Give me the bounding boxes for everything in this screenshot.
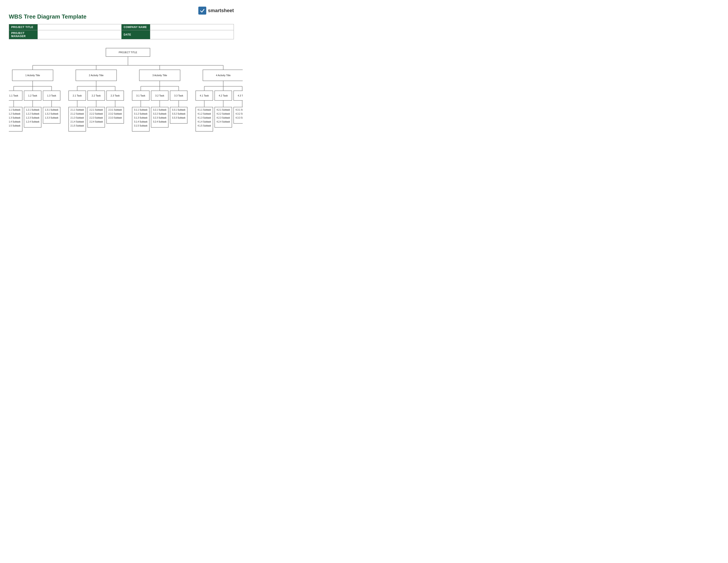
svg-text:4.2.4 Subtask: 4.2.4 Subtask [216,120,230,123]
svg-text:1.2 Task: 1.2 Task [28,94,37,97]
svg-text:1.2.1 Subtask: 1.2.1 Subtask [26,109,39,111]
svg-text:2.2.3 Subtask: 2.2.3 Subtask [89,117,103,119]
svg-text:3.2.1 Subtask: 3.2.1 Subtask [153,109,167,111]
company-name-value[interactable] [150,24,234,30]
svg-text:4.1.2 Subtask: 4.1.2 Subtask [197,113,211,115]
svg-text:2.1.5 Subtask: 2.1.5 Subtask [70,124,84,127]
svg-text:PROJECT TITLE: PROJECT TITLE [119,51,137,54]
page-title: WBS Tree Diagram Template [9,13,86,20]
svg-text:1.2.2 Subtask: 1.2.2 Subtask [26,113,39,115]
svg-text:2.1.1 Subtask: 2.1.1 Subtask [70,109,84,111]
svg-text:3.3.3 Subtask: 3.3.3 Subtask [172,117,186,119]
date-label: DATE [121,30,150,39]
svg-text:3.3.2 Subtask: 3.3.2 Subtask [172,113,186,115]
logo-text: smartsheet [208,8,234,13]
project-manager-label: PROJECT MANAGER [9,30,38,39]
svg-text:2.2 Task: 2.2 Task [92,94,101,97]
svg-text:4.1 Task: 4.1 Task [200,94,209,97]
project-title-label: PROJECT TITLE [9,24,38,30]
svg-text:2.2.2 Subtask: 2.2.2 Subtask [89,113,103,115]
svg-text:3.3.1 Subtask: 3.3.1 Subtask [172,109,186,111]
svg-text:1.1.5 Subtask: 1.1.5 Subtask [9,124,21,127]
svg-text:3.1.3 Subtask: 3.1.3 Subtask [134,117,148,119]
svg-text:3.2 Task: 3.2 Task [155,94,164,97]
svg-text:2.3.3 Subtask: 2.3.3 Subtask [108,117,122,119]
svg-text:2.1.3 Subtask: 2.1.3 Subtask [70,117,84,119]
svg-text:4.2 Task: 4.2 Task [219,94,228,97]
svg-text:4.2.1 Subtask: 4.2.1 Subtask [216,109,230,111]
project-title-value[interactable] [38,24,122,30]
svg-text:3.1 Task: 3.1 Task [136,94,145,97]
svg-text:4.3.1 Subtask: 4.3.1 Subtask [235,109,243,111]
svg-text:3.1.2 Subtask: 3.1.2 Subtask [134,113,148,115]
svg-text:4.1.3 Subtask: 4.1.3 Subtask [197,117,211,119]
svg-text:4.2.2 Subtask: 4.2.2 Subtask [216,113,230,115]
svg-text:1.1 Task: 1.1 Task [9,94,18,97]
svg-text:1 Activity Title: 1 Activity Title [25,74,40,77]
svg-text:3.2.2 Subtask: 3.2.2 Subtask [153,113,167,115]
svg-text:1.3 Task: 1.3 Task [47,94,56,97]
wbs-tree: .wbs-text { font-family: Arial, sans-ser… [9,46,234,136]
svg-text:4.1.1 Subtask: 4.1.1 Subtask [197,109,211,111]
logo-smart: smart [208,8,221,13]
svg-text:2.3.2 Subtask: 2.3.2 Subtask [108,113,122,115]
project-manager-value[interactable] [38,30,122,39]
svg-text:3 Activity Title: 3 Activity Title [152,74,167,77]
svg-text:1.1.4 Subtask: 1.1.4 Subtask [9,120,21,123]
svg-text:1.3.3 Subtask: 1.3.3 Subtask [45,117,58,119]
svg-text:3.1.5 Subtask: 3.1.5 Subtask [134,124,148,127]
svg-text:4 Activity Title: 4 Activity Title [216,74,231,77]
svg-text:2.2.1 Subtask: 2.2.1 Subtask [89,109,103,111]
svg-text:3.3 Task: 3.3 Task [174,94,183,97]
svg-text:1.1.3 Subtask: 1.1.3 Subtask [9,117,21,119]
svg-text:3.1.1 Subtask: 3.1.1 Subtask [134,109,148,111]
svg-text:1.3.2 Subtask: 1.3.2 Subtask [45,113,58,115]
company-name-label: COMPANY NAME [121,24,150,30]
svg-text:2.1 Task: 2.1 Task [73,94,82,97]
svg-text:1.1.1 Subtask: 1.1.1 Subtask [9,109,21,111]
info-table: PROJECT TITLE COMPANY NAME PROJECT MANAG… [9,24,234,39]
svg-text:2 Activity Title: 2 Activity Title [89,74,104,77]
svg-text:1.3.1 Subtask: 1.3.1 Subtask [45,109,58,111]
svg-text:1.2.3 Subtask: 1.2.3 Subtask [26,117,39,119]
svg-text:2.2.4 Subtask: 2.2.4 Subtask [89,120,103,123]
svg-text:3.2.4 Subtask: 3.2.4 Subtask [153,120,167,123]
svg-text:4.2.3 Subtask: 4.2.3 Subtask [216,117,230,119]
svg-text:1.2.4 Subtask: 1.2.4 Subtask [26,120,39,123]
svg-text:4.3 Task: 4.3 Task [238,94,243,97]
svg-text:4.3.3 Subtask: 4.3.3 Subtask [235,117,243,119]
svg-text:2.3 Task: 2.3 Task [111,94,120,97]
logo: smartsheet [198,7,234,15]
svg-text:4.1.5 Subtask: 4.1.5 Subtask [197,124,211,127]
date-value[interactable] [150,30,234,39]
logo-sheet: sheet [221,8,234,13]
svg-text:4.3.2 Subtask: 4.3.2 Subtask [235,113,243,115]
page-header: WBS Tree Diagram Template smartsheet [9,7,234,20]
svg-text:2.1.4 Subtask: 2.1.4 Subtask [70,120,84,123]
logo-check-icon [198,7,206,15]
svg-text:3.1.4 Subtask: 3.1.4 Subtask [134,120,148,123]
svg-text:2.1.2 Subtask: 2.1.2 Subtask [70,113,84,115]
svg-text:2.3.1 Subtask: 2.3.1 Subtask [108,109,122,111]
svg-text:1.1.2 Subtask: 1.1.2 Subtask [9,113,21,115]
svg-text:4.1.4 Subtask: 4.1.4 Subtask [197,120,211,123]
svg-text:3.2.3 Subtask: 3.2.3 Subtask [153,117,167,119]
